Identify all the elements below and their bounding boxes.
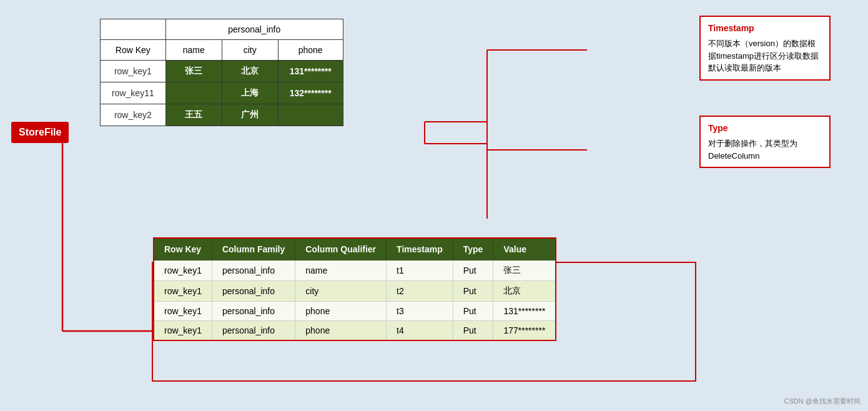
table-row: row_key1 张三 北京 131******** xyxy=(101,61,343,82)
bd-qualifier: phone xyxy=(295,321,387,341)
bh-timestamp: Timestamp xyxy=(387,238,453,260)
bd-type: Put xyxy=(453,260,493,281)
family-header-cell: personal_info xyxy=(165,19,343,40)
name-cell: 王五 xyxy=(165,104,222,126)
bd-family: personal_info xyxy=(212,281,295,302)
bd-qualifier: city xyxy=(295,281,387,302)
annotation-type-title: Type xyxy=(708,122,822,135)
annotation-timestamp-box: Timestamp 不同版本（version）的数据根据timestamp进行区… xyxy=(699,16,831,81)
bd-rowkey: row_key1 xyxy=(154,321,212,341)
bd-family: personal_info xyxy=(212,260,295,281)
bd-timestamp: t1 xyxy=(387,260,453,281)
bh-type: Type xyxy=(453,238,493,260)
bh-family: Column Family xyxy=(212,238,295,260)
row-key-cell: row_key1 xyxy=(101,61,166,82)
bd-value: 177******** xyxy=(493,321,556,341)
storefile-label: StoreFile xyxy=(11,122,69,143)
city-col-header: city xyxy=(222,40,278,61)
bd-qualifier: phone xyxy=(295,302,387,321)
table-row: row_key11 上海 132******** xyxy=(101,82,343,104)
annotation-type-text: 对于删除操作，其类型为DeleteColumn xyxy=(708,137,822,162)
annotation-timestamp-title: Timestamp xyxy=(708,22,822,35)
row-key-cell: row_key2 xyxy=(101,104,166,126)
bd-type: Put xyxy=(453,302,493,321)
bh-rowkey: Row Key xyxy=(154,238,212,260)
bd-rowkey: row_key1 xyxy=(154,302,212,321)
table-row: row_key2 王五 广州 xyxy=(101,104,343,126)
bd-timestamp: t4 xyxy=(387,321,453,341)
bd-type: Put xyxy=(453,321,493,341)
bd-timestamp: t2 xyxy=(387,281,453,302)
bd-timestamp: t3 xyxy=(387,302,453,321)
name-cell: 张三 xyxy=(165,61,222,82)
bh-value: Value xyxy=(493,238,556,260)
table-row: row_key1 personal_info phone t3 Put 131*… xyxy=(154,302,556,321)
name-col-header: name xyxy=(165,40,222,61)
phone-col-header: phone xyxy=(278,40,343,61)
table-row: row_key1 personal_info phone t4 Put 177*… xyxy=(154,321,556,341)
bd-value: 北京 xyxy=(493,281,556,302)
bd-family: personal_info xyxy=(212,321,295,341)
bd-qualifier: name xyxy=(295,260,387,281)
bd-rowkey: row_key1 xyxy=(154,281,212,302)
table-row: row_key1 personal_info name t1 Put 张三 xyxy=(154,260,556,281)
bottom-table: Row Key Column Family Column Qualifier T… xyxy=(153,237,556,341)
annotation-type-box: Type 对于删除操作，其类型为DeleteColumn xyxy=(699,116,831,168)
table-row: row_key1 personal_info city t2 Put 北京 xyxy=(154,281,556,302)
city-cell: 上海 xyxy=(222,82,278,104)
rowkey-col-header: Row Key xyxy=(101,40,166,61)
phone-cell: 131******** xyxy=(278,61,343,82)
bd-value: 张三 xyxy=(493,260,556,281)
empty-header xyxy=(101,19,166,40)
bd-value: 131******** xyxy=(493,302,556,321)
watermark: CSDN @鱼找水需要时间 xyxy=(784,397,861,406)
annotation-timestamp-text: 不同版本（version）的数据根据timestamp进行区分读取数据默认读取最… xyxy=(708,37,822,74)
top-table: personal_info Row Key name city phone ro… xyxy=(100,19,343,126)
column-header-row: Row Key name city phone xyxy=(101,40,343,61)
bd-rowkey: row_key1 xyxy=(154,260,212,281)
name-empty-cell xyxy=(165,82,222,104)
top-table-section: personal_info Row Key name city phone ro… xyxy=(100,19,343,126)
bd-family: personal_info xyxy=(212,302,295,321)
phone-empty-cell xyxy=(278,104,343,126)
row-key-cell: row_key11 xyxy=(101,82,166,104)
bd-type: Put xyxy=(453,281,493,302)
bh-qualifier: Column Qualifier xyxy=(295,238,387,260)
family-header-row: personal_info xyxy=(101,19,343,40)
phone-cell: 132******** xyxy=(278,82,343,104)
city-cell: 广州 xyxy=(222,104,278,126)
city-cell: 北京 xyxy=(222,61,278,82)
bottom-table-section: Row Key Column Family Column Qualifier T… xyxy=(153,237,556,341)
main-container: StoreFile personal_info Row Key name cit… xyxy=(0,0,868,411)
bottom-header-row: Row Key Column Family Column Qualifier T… xyxy=(154,238,556,260)
